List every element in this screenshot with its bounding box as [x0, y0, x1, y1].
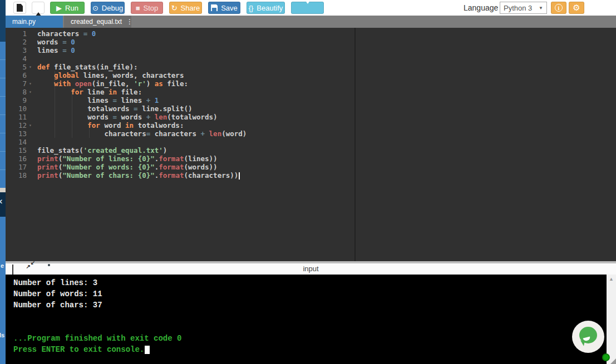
share-button[interactable]: ↻ Share [169, 2, 202, 14]
code-token: (word) [221, 129, 247, 138]
console-scrollbar[interactable]: ▲ [607, 275, 616, 364]
gutter-line-number[interactable]: 6 [6, 71, 27, 79]
floppy-icon [211, 4, 218, 11]
language-value: Python 3 [504, 4, 532, 12]
tab-main.py[interactable]: main.py [6, 16, 63, 28]
info-button[interactable]: i [551, 2, 566, 14]
stop-label: Stop [144, 4, 159, 12]
gutter-line-number[interactable]: 15 [6, 146, 27, 154]
gutter-line-number[interactable]: 12 [6, 121, 27, 129]
code-token: ) [146, 79, 155, 88]
gutter-line-number[interactable]: 9 [6, 96, 27, 104]
gear-icon: ⚙ [573, 3, 580, 13]
fold-caret-icon[interactable]: ▾ [29, 88, 32, 96]
debug-button[interactable]: ⊙ Debug [91, 2, 125, 14]
tab-label: main.py [12, 18, 36, 26]
code-token: (in_file, [92, 79, 134, 88]
code-token: 0 [92, 29, 96, 38]
code-editor[interactable]: 1characters = 02words = 03lines = 045▾de… [6, 28, 616, 261]
code-token: for [71, 88, 87, 96]
code-token: totalwords: [138, 121, 184, 129]
code-line[interactable]: print("Number of lines: {0}".format(line… [37, 154, 218, 163]
code-token [87, 29, 92, 38]
code-token: words [37, 38, 62, 46]
tab-menu-icon[interactable]: ⋮ [126, 18, 133, 26]
console-line: Press ENTER to exit console. [13, 344, 150, 355]
code-line[interactable]: characters= characters + len(word) [37, 129, 247, 138]
code-token: line.split() [138, 104, 193, 113]
beautify-button[interactable]: {} Beautify [247, 2, 285, 14]
gutter-line-number[interactable]: 1 [6, 29, 27, 38]
code-token: 0 [71, 46, 75, 54]
download-button[interactable] [291, 2, 324, 14]
debug-label: Debug [102, 4, 123, 12]
gutter-line-number[interactable]: 3 [6, 46, 27, 54]
chat-widget-button[interactable] [572, 321, 604, 353]
gutter-line-number[interactable]: 7 [6, 79, 27, 88]
new-file-button[interactable] [13, 2, 26, 14]
code-token: format [159, 171, 184, 179]
stop-button[interactable]: ■ Stop [131, 2, 163, 14]
code-line[interactable]: words = words + len(totalwords) [37, 113, 218, 121]
code-line[interactable]: for line in file: [37, 88, 142, 96]
code-token: as [155, 79, 167, 88]
code-token: (words)) [184, 163, 217, 171]
language-label: Language [464, 3, 498, 12]
code-line[interactable]: with open(in_file, 'r') as file: [37, 79, 188, 88]
code-token: with [54, 79, 75, 88]
code-token: format [159, 163, 184, 171]
code-token: (characters)) [184, 171, 238, 179]
tab-label: created_equal.txt [71, 18, 122, 26]
toolbar: ▶ Run ⊙ Debug ■ Stop ↻ Share Save {} Bea… [0, 0, 616, 16]
code-line[interactable]: global lines, words, characters [37, 71, 184, 79]
code-line[interactable]: lines = lines + 1 [37, 96, 159, 104]
resize-handle[interactable] [610, 358, 616, 364]
info-icon: i [555, 4, 563, 12]
code-line[interactable]: lines = 0 [37, 46, 75, 54]
code-token: print [37, 171, 58, 179]
gutter-line-number[interactable]: 13 [6, 129, 27, 138]
code-line[interactable]: print("Number of words: {0}".format(word… [37, 163, 218, 171]
code-token: (lines)) [184, 154, 217, 163]
scroll-up-arrow-icon[interactable]: ▲ [607, 276, 616, 282]
save-label: Save [221, 4, 238, 12]
gutter-line-number[interactable]: 14 [6, 138, 27, 146]
fold-caret-icon[interactable]: ▾ [29, 79, 32, 88]
upload-button[interactable] [32, 2, 45, 14]
tab-created_equal.txt[interactable]: created_equal.txt⋮ [64, 16, 131, 28]
code-line[interactable]: print("Number of chars: {0}".format(char… [37, 171, 240, 179]
code-line[interactable]: totalwords = line.split() [37, 104, 192, 113]
code-line[interactable]: characters = 0 [37, 29, 96, 38]
save-button[interactable]: Save [208, 2, 240, 14]
gutter-line-number[interactable]: 18 [6, 171, 27, 179]
gutter-line-number[interactable]: 5 [6, 63, 27, 71]
console-output[interactable]: Number of lines: 3Number of words: 11Num… [6, 275, 607, 364]
fold-caret-icon[interactable]: ▾ [29, 63, 32, 71]
gutter-line-number[interactable]: 8 [6, 88, 27, 96]
gutter-line-number[interactable]: 4 [6, 54, 27, 63]
sidebar-collapse-chevron[interactable]: ‹ [0, 196, 3, 207]
gutter-line-number[interactable]: 11 [6, 113, 27, 121]
sidebar-menu-items[interactable] [0, 42, 6, 188]
code-token: (totalwords) [167, 113, 217, 121]
gutter-line-number[interactable]: 10 [6, 104, 27, 113]
beautify-label: Beautify [257, 4, 283, 12]
code-token: ) [163, 146, 167, 154]
code-token: file_stats(in_file): [54, 63, 138, 71]
gutter-line-number[interactable]: 2 [6, 38, 27, 46]
fold-caret-icon[interactable]: ▾ [29, 121, 32, 129]
code-line[interactable]: for word in totalwords: [37, 121, 184, 129]
tab-bar: main.pycreated_equal.txt⋮ [0, 16, 616, 28]
code-token: print [37, 163, 58, 171]
code-line[interactable]: def file_stats(in_file): [37, 63, 138, 71]
language-select[interactable]: Python 3 ▼ [500, 2, 547, 14]
gutter-line-number[interactable]: 17 [6, 163, 27, 171]
stop-square-icon: ■ [136, 4, 140, 12]
run-button[interactable]: ▶ Run [50, 2, 85, 14]
gutter-line-number[interactable]: 16 [6, 154, 27, 163]
code-line[interactable]: file_stats('created_equal.txt') [37, 146, 167, 154]
code-token: = [134, 104, 138, 113]
code-line[interactable]: words = 0 [37, 38, 75, 46]
code-token: words [117, 113, 146, 121]
settings-button[interactable]: ⚙ [569, 2, 584, 14]
